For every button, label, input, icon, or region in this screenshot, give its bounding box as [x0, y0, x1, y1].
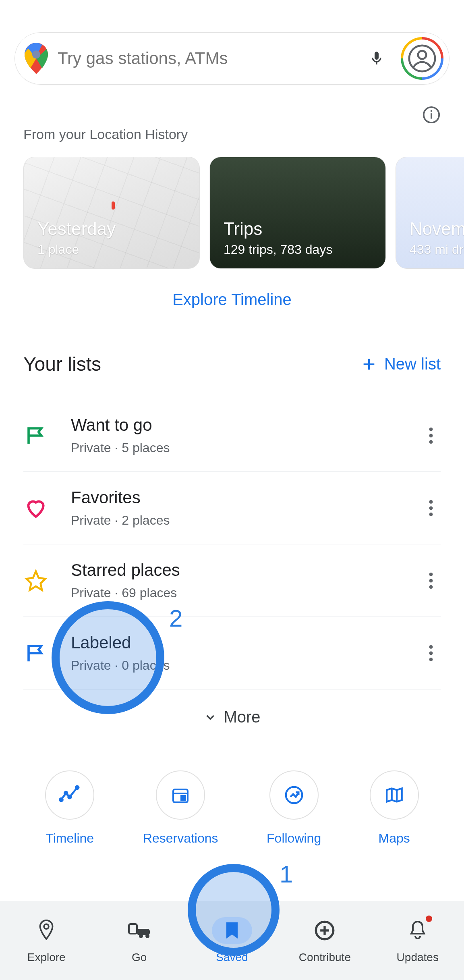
your-lists-title: Your lists — [23, 353, 101, 375]
heart-icon — [23, 496, 48, 521]
svg-point-18 — [429, 651, 433, 655]
svg-point-21 — [64, 792, 67, 795]
svg-point-8 — [429, 428, 433, 431]
svg-point-10 — [429, 440, 433, 444]
more-label: More — [224, 708, 260, 726]
search-input[interactable] — [58, 49, 369, 68]
nav-label: Updates — [397, 951, 439, 964]
avatar[interactable] — [401, 37, 443, 80]
nav-go[interactable]: Go — [93, 917, 185, 964]
more-vert-icon[interactable] — [421, 571, 441, 590]
maps-pin-icon — [25, 43, 48, 74]
nav-label: Explore — [27, 951, 66, 964]
info-icon[interactable] — [422, 106, 441, 124]
bell-icon — [409, 920, 427, 941]
map-icon — [384, 785, 404, 805]
svg-point-11 — [429, 500, 433, 504]
svg-point-20 — [60, 798, 63, 801]
flag-icon — [23, 423, 48, 448]
plus-circle-icon — [314, 920, 335, 941]
round-label: Following — [267, 831, 321, 846]
flag-outline-icon — [23, 641, 48, 666]
nav-label: Go — [132, 951, 147, 964]
svg-point-17 — [429, 645, 433, 649]
round-label: Reservations — [143, 831, 218, 846]
card-sub: 433 mi driven — [410, 242, 464, 257]
nav-contribute[interactable]: Contribute — [278, 917, 371, 964]
list-item-sub: Private · 2 places — [71, 513, 421, 528]
svg-point-22 — [68, 795, 71, 798]
calendar-icon — [171, 785, 190, 805]
timeline-card-trips[interactable]: Trips 129 trips, 783 days — [209, 157, 386, 269]
card-title: Trips — [224, 219, 372, 239]
new-list-button[interactable]: New list — [361, 355, 441, 373]
list-item-labeled[interactable]: Labeled Private · 0 places — [23, 617, 441, 689]
bottom-nav: Explore Go Saved Contribute Updates — [0, 901, 464, 980]
svg-point-15 — [429, 579, 433, 582]
svg-point-19 — [429, 658, 433, 661]
more-lists-button[interactable]: More — [23, 708, 441, 726]
round-label: Maps — [379, 831, 410, 846]
commute-icon — [127, 921, 151, 940]
list-item-sub: Private · 5 places — [71, 440, 421, 455]
svg-point-5 — [431, 110, 433, 112]
svg-point-0 — [32, 50, 40, 58]
search-bar[interactable] — [14, 32, 450, 85]
nav-updates[interactable]: Updates — [371, 917, 464, 964]
round-reservations[interactable]: Reservations — [143, 770, 218, 846]
bookmark-icon — [225, 921, 239, 940]
pin-icon — [37, 919, 56, 942]
round-maps[interactable]: Maps — [370, 770, 419, 846]
svg-point-9 — [429, 434, 433, 437]
card-title: November — [410, 219, 464, 239]
svg-point-30 — [44, 924, 49, 929]
list-item-title: Labeled — [71, 633, 421, 652]
timeline-card-month[interactable]: November 433 mi driven — [396, 157, 464, 269]
nav-explore[interactable]: Explore — [0, 917, 93, 964]
nav-label: Saved — [216, 951, 248, 964]
list-item-favorites[interactable]: Favorites Private · 2 places — [23, 472, 441, 544]
card-title: Yesterday — [37, 219, 186, 239]
list-item-sub: Private · 0 places — [71, 658, 421, 673]
list-item-sub: Private · 69 places — [71, 586, 421, 600]
svg-point-34 — [145, 934, 149, 938]
more-vert-icon[interactable] — [421, 498, 441, 518]
more-vert-icon[interactable] — [421, 644, 441, 663]
annotation-number-2: 2 — [169, 604, 182, 632]
list-item-title: Want to go — [71, 415, 421, 435]
timeline-card-yesterday[interactable]: Yesterday 1 place — [23, 157, 200, 269]
plus-icon — [361, 356, 377, 372]
round-timeline[interactable]: Timeline — [45, 770, 94, 846]
list-item-want-to-go[interactable]: Want to go Private · 5 places — [23, 399, 441, 472]
mic-icon[interactable] — [369, 48, 401, 69]
notification-dot — [426, 916, 432, 922]
svg-point-33 — [139, 934, 143, 938]
annotation-number-1: 1 — [280, 860, 293, 888]
svg-rect-26 — [181, 796, 185, 800]
svg-point-16 — [429, 585, 433, 589]
list-item-title: Favorites — [71, 488, 421, 507]
explore-timeline-link[interactable]: Explore Timeline — [0, 291, 464, 309]
list-item-title: Starred places — [71, 561, 421, 580]
following-icon — [283, 784, 305, 806]
nav-saved[interactable]: Saved — [186, 917, 278, 964]
visited-subtitle: From your Location History — [23, 127, 441, 142]
star-icon — [23, 568, 48, 593]
svg-point-12 — [429, 506, 433, 510]
svg-point-13 — [429, 513, 433, 516]
round-label: Timeline — [46, 831, 94, 846]
more-vert-icon[interactable] — [421, 426, 441, 445]
round-following[interactable]: Following — [267, 770, 321, 846]
svg-rect-31 — [129, 924, 137, 934]
card-sub: 129 trips, 783 days — [224, 242, 372, 257]
svg-point-23 — [76, 786, 79, 789]
chevron-down-icon — [203, 710, 217, 724]
nav-label: Contribute — [299, 951, 351, 964]
timeline-icon — [58, 784, 81, 806]
svg-point-14 — [429, 573, 433, 576]
new-list-label: New list — [384, 355, 441, 373]
list-item-starred[interactable]: Starred places Private · 69 places — [23, 544, 441, 617]
card-sub: 1 place — [37, 242, 186, 257]
svg-point-2 — [418, 51, 426, 59]
